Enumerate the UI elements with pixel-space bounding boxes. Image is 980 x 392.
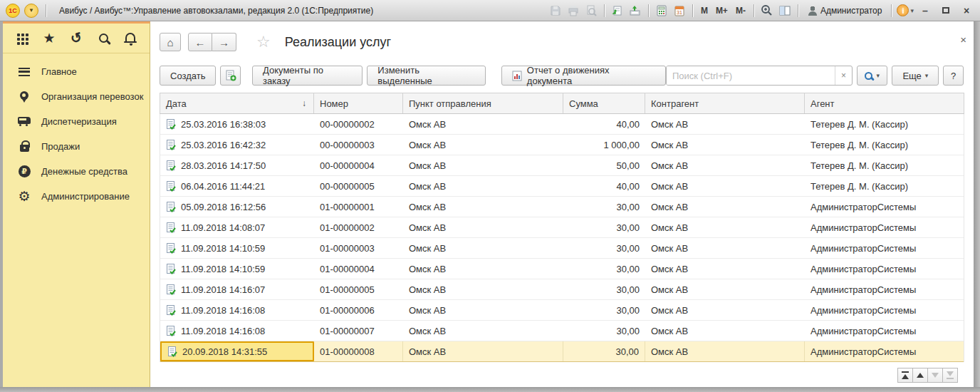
table-row[interactable]: 11.09.2018 14:16:07 01-00000005 Омск АВ … [160,279,964,300]
create-button[interactable]: Создать [160,66,216,86]
favorites-star-icon[interactable]: ★ [41,31,57,46]
cell-number: 01-00000002 [314,217,403,237]
sidebar-item-administration[interactable]: ⚙ Администрирование [3,184,150,209]
memory-subtract-button[interactable]: M- [733,4,749,18]
sidebar-item-dispatching[interactable]: Диспетчеризация [3,109,150,134]
column-header-counterparty[interactable]: Контрагент [645,93,805,113]
posted-document-icon [166,180,176,192]
sidebar-toolbar: ★ ↺ [3,24,150,53]
1c-logo-icon: 1С [6,4,20,18]
main-menu-button[interactable]: ▼ [24,4,38,18]
search-input[interactable] [667,66,835,85]
documents-by-order-button[interactable]: Документы по заказу [252,66,363,86]
cell-number: 00-00000002 [314,114,403,134]
print-preview-icon [583,4,599,18]
memory-recall-button[interactable]: M [698,4,711,18]
table-row[interactable]: 11.09.2018 14:16:08 01-00000007 Омск АВ … [160,321,964,341]
cell-agent: АдминистраторСистемы [805,321,964,341]
cell-number: 01-00000004 [314,259,403,279]
calculator-icon[interactable] [654,4,669,18]
cell-counterparty: Омск АВ [645,300,805,320]
forward-arrow-icon: → [219,36,229,48]
load-from-file-icon[interactable] [627,4,643,18]
shopping-bag-icon [17,140,31,154]
document-movements-report-button[interactable]: Отчет о движениях документа [501,66,666,86]
column-header-number[interactable]: Номер [314,93,403,113]
close-form-icon[interactable]: × [960,34,966,45]
help-button[interactable]: ? [943,66,964,86]
favorite-toggle-icon[interactable]: ☆ [256,34,271,50]
user-icon [808,6,818,16]
clear-search-icon[interactable]: × [835,66,852,85]
table-row[interactable]: 11.09.2018 14:10:59 01-00000003 Омск АВ … [160,238,964,259]
cell-agent: АдминистраторСистемы [805,217,964,237]
create-by-copy-button[interactable] [220,66,241,86]
cell-departure: Омск АВ [403,259,563,279]
cell-date: 11.09.2018 14:16:08 [181,305,265,316]
cell-counterparty: Омск АВ [645,217,805,237]
chevron-down-icon: ▾ [925,72,929,79]
cell-agent: Тетерев Д. М. (Кассир) [805,176,964,196]
history-icon[interactable]: ↺ [68,31,84,46]
zoom-icon[interactable] [759,4,775,18]
cell-date: 11.09.2018 14:10:59 [181,264,265,274]
cell-date: 11.09.2018 14:08:07 [181,222,265,233]
back-arrow-icon: ← [195,36,206,48]
sections-grid-icon[interactable] [14,31,30,46]
divider [891,4,892,17]
chevron-down-icon: ▾ [910,7,914,14]
table-row[interactable]: 11.09.2018 14:16:08 01-00000006 Омск АВ … [160,300,964,321]
close-window-button[interactable]: × [957,4,976,18]
posted-document-icon [166,242,176,254]
more-button[interactable]: Еще ▾ [892,66,939,86]
save-to-file-icon[interactable] [610,4,625,18]
sidebar-item-transport-organization[interactable]: Организация перевозок [3,84,150,109]
sidebar-item-money[interactable]: ₽ Денежные средства [3,159,150,184]
edit-selected-button[interactable]: Изменить выделенные [367,66,486,86]
column-header-sum[interactable]: Сумма [563,93,645,113]
split-window-icon[interactable] [777,4,793,18]
table-scroll-buttons [898,368,958,383]
sidebar-menu: Главное Организация перевозок Диспетчери… [3,53,150,209]
home-button[interactable]: ⌂ [160,33,181,51]
minimize-button[interactable]: – [916,4,934,18]
cell-date: 11.09.2018 14:10:59 [181,243,265,254]
table-row[interactable]: 05.09.2018 16:12:56 01-00000001 Омск АВ … [160,197,964,217]
info-button[interactable]: i ▾ [897,4,914,16]
cell-date: 05.09.2018 16:12:56 [181,202,266,212]
maximize-button[interactable] [937,4,955,18]
sidebar-item-sales[interactable]: Продажи [3,134,150,159]
cell-date: 11.09.2018 14:16:07 [181,284,265,295]
memory-add-button[interactable]: M+ [713,4,731,18]
back-button[interactable]: ← [188,33,212,51]
scroll-down-button[interactable] [927,368,943,383]
notifications-bell-icon[interactable] [123,31,138,46]
cell-sum: 1 000,00 [563,135,645,155]
column-header-departure[interactable]: Пункт отправления [403,93,563,113]
forward-button[interactable]: → [212,33,236,51]
table-row[interactable]: 20.09.2018 14:31:55 01-00000008 Омск АВ … [160,341,964,362]
search-options-button[interactable]: ▾ [857,66,887,86]
scroll-to-bottom-button[interactable] [942,368,958,383]
table-row[interactable]: 06.04.2016 11:44:21 00-00000005 Омск АВ … [160,176,964,197]
search-icon[interactable] [95,31,111,46]
cell-number: 01-00000003 [314,238,403,258]
table-row[interactable]: 28.03.2016 14:17:50 00-00000004 Омск АВ … [160,155,964,176]
report-icon [512,71,522,81]
column-header-agent[interactable]: Агент [805,93,964,113]
scroll-up-button[interactable] [912,368,928,383]
table-row[interactable]: 25.03.2016 16:42:32 00-00000003 Омск АВ … [160,135,964,155]
table-row[interactable]: 11.09.2018 14:08:07 01-00000002 Омск АВ … [160,217,964,238]
calendar-icon[interactable]: 31 [672,4,687,18]
current-user[interactable]: Администратор [803,6,887,16]
table-row[interactable]: 25.03.2016 16:38:03 00-00000002 Омск АВ … [160,114,964,135]
ruble-icon: ₽ [17,165,31,179]
sidebar-item-main[interactable]: Главное [3,59,150,84]
posted-document-icon [166,139,176,150]
cell-counterparty: Омск АВ [645,197,805,217]
scroll-to-top-button[interactable] [897,368,913,383]
cell-sum: 30,00 [563,259,645,279]
table-row[interactable]: 11.09.2018 14:10:59 01-00000004 Омск АВ … [160,259,964,279]
column-header-date[interactable]: Дата ↓ [160,93,314,113]
cell-number: 01-00000007 [314,321,403,341]
